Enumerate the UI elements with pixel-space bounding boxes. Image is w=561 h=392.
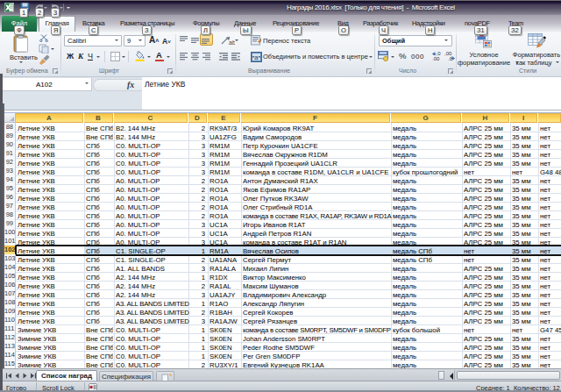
svg-text:,00: ,00 bbox=[432, 56, 440, 61]
svg-text:ab: ab bbox=[229, 39, 235, 46]
